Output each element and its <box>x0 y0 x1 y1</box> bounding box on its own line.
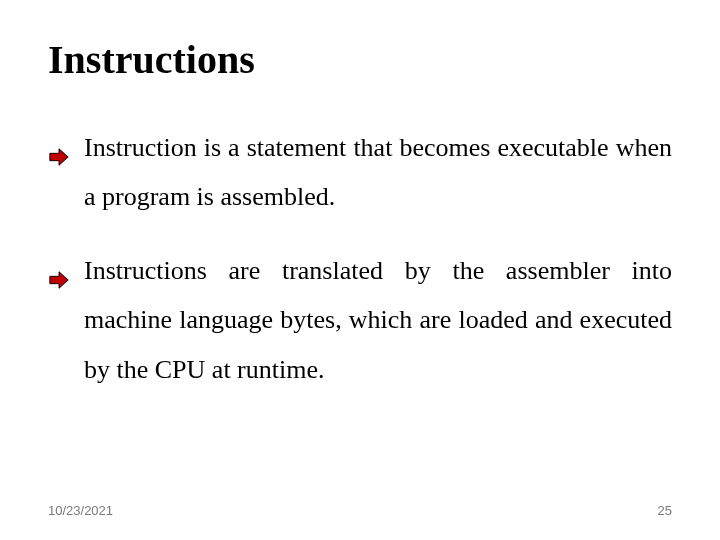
footer: 10/23/2021 25 <box>48 503 672 518</box>
list-item: Instructions are translated by the assem… <box>48 246 672 394</box>
bullet-text: Instruction is a statement that becomes … <box>84 133 672 211</box>
footer-page: 25 <box>658 503 672 518</box>
arrow-right-icon <box>48 258 70 280</box>
bullet-list: Instruction is a statement that becomes … <box>48 123 672 394</box>
slide-title: Instructions <box>48 36 672 83</box>
bullet-text: Instructions are translated by the assem… <box>84 256 672 384</box>
list-item: Instruction is a statement that becomes … <box>48 123 672 222</box>
arrow-right-icon <box>48 135 70 157</box>
slide: Instructions Instruction is a statement … <box>0 0 720 540</box>
footer-date: 10/23/2021 <box>48 503 113 518</box>
